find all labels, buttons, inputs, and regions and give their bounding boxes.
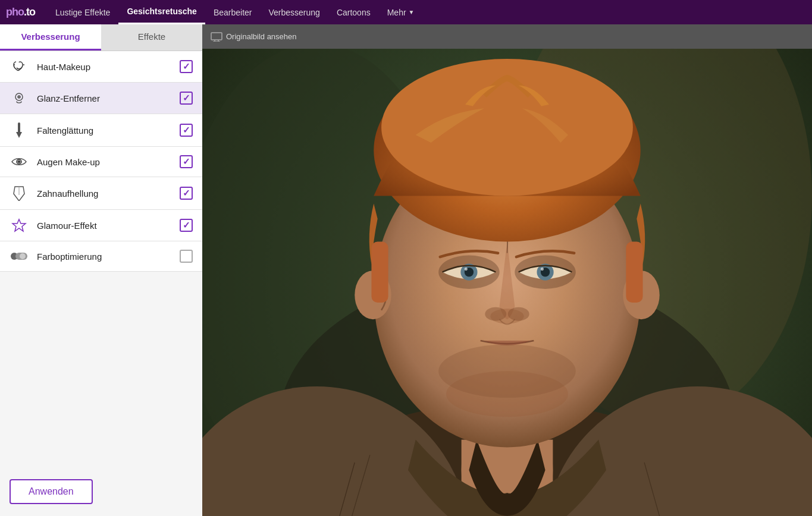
glamour-effekt-checkbox[interactable] xyxy=(180,219,193,232)
farboptimierung-checkbox[interactable] xyxy=(180,250,193,263)
zahnaufhellung-icon xyxy=(10,185,29,201)
nav-item-mehr[interactable]: Mehr ▼ xyxy=(379,0,423,24)
tool-item-zahnaufhellung[interactable]: Zahnaufhellung xyxy=(0,177,202,210)
svg-point-46 xyxy=(438,344,576,398)
tab-verbesserung[interactable]: Verbesserung xyxy=(0,24,101,51)
glanz-entferner-label: Glanz-Entferner xyxy=(37,93,180,103)
top-navigation: pho.to Lustige Effekte Gesichtsretusche … xyxy=(0,0,812,24)
portrait-image xyxy=(202,49,812,516)
tab-bar: Verbesserung Effekte xyxy=(0,24,202,51)
glanz-entferner-checkbox[interactable] xyxy=(180,92,193,105)
logo[interactable]: pho.to xyxy=(6,6,35,18)
nav-item-bearbeiter[interactable]: Bearbeiter xyxy=(205,0,261,24)
tool-list: Haut-Makeup Glanz-Entferner xyxy=(0,51,202,467)
left-panel: Verbesserung Effekte Haut-Makeup xyxy=(0,24,202,516)
faltenglattung-label: Faltenglättung xyxy=(37,125,180,136)
svg-rect-45 xyxy=(626,241,642,303)
tab-effekte[interactable]: Effekte xyxy=(101,24,202,51)
nav-item-verbesserung[interactable]: Verbesserung xyxy=(260,0,328,24)
main-layout: Verbesserung Effekte Haut-Makeup xyxy=(0,24,812,516)
svg-point-32 xyxy=(465,268,468,270)
svg-marker-3 xyxy=(16,132,22,138)
apply-area: Anwenden xyxy=(0,467,202,516)
apply-button[interactable]: Anwenden xyxy=(10,479,93,504)
farboptimierung-icon xyxy=(10,251,29,262)
center-area: Originalbild ansehen xyxy=(202,24,812,516)
tool-item-glanz-entferner[interactable]: Glanz-Entferner xyxy=(0,83,202,114)
faltenglattung-checkbox[interactable] xyxy=(180,124,193,137)
haut-makeup-checkbox[interactable] xyxy=(180,60,193,73)
svg-point-35 xyxy=(541,268,544,270)
tool-item-glamour-effekt[interactable]: Glamour-Effekt xyxy=(0,210,202,241)
image-toolbar: Originalbild ansehen xyxy=(202,24,812,49)
svg-rect-2 xyxy=(18,122,20,133)
tool-item-haut-makeup[interactable]: Haut-Makeup xyxy=(0,51,202,83)
farboptimierung-label: Farboptimierung xyxy=(37,251,180,262)
nav-item-cartoons[interactable]: Cartoons xyxy=(328,0,379,24)
svg-rect-44 xyxy=(371,241,388,303)
tool-item-farboptimierung[interactable]: Farboptimierung xyxy=(0,241,202,272)
svg-point-5 xyxy=(18,161,20,163)
original-view-button[interactable]: Originalbild ansehen xyxy=(211,32,297,42)
glanz-entferner-icon xyxy=(10,91,29,105)
tool-item-augen-makeup[interactable]: Augen Make-up xyxy=(0,147,202,177)
image-area xyxy=(202,49,812,516)
zahnaufhellung-checkbox[interactable] xyxy=(180,187,193,200)
glamour-effekt-icon xyxy=(10,218,29,232)
tool-item-faltenglattung[interactable]: Faltenglättung xyxy=(0,114,202,147)
haut-makeup-icon xyxy=(10,59,29,74)
svg-point-38 xyxy=(490,309,523,324)
faltenglattung-icon xyxy=(10,122,29,138)
nav-item-gesichtsretusche[interactable]: Gesichtsretusche xyxy=(118,0,205,24)
augen-makeup-icon xyxy=(10,156,29,168)
screen-icon xyxy=(211,32,222,42)
svg-point-10 xyxy=(20,253,26,259)
svg-marker-7 xyxy=(12,219,26,231)
glamour-effekt-label: Glamour-Effekt xyxy=(37,221,180,231)
augen-makeup-label: Augen Make-up xyxy=(37,157,180,167)
nav-item-lustige-effekte[interactable]: Lustige Effekte xyxy=(47,0,118,24)
zahnaufhellung-label: Zahnaufhellung xyxy=(37,188,180,199)
svg-rect-11 xyxy=(211,33,222,40)
original-view-label: Originalbild ansehen xyxy=(226,32,297,41)
chevron-down-icon: ▼ xyxy=(409,9,415,15)
augen-makeup-checkbox[interactable] xyxy=(180,155,193,168)
haut-makeup-label: Haut-Makeup xyxy=(37,62,180,72)
svg-point-1 xyxy=(18,96,20,98)
